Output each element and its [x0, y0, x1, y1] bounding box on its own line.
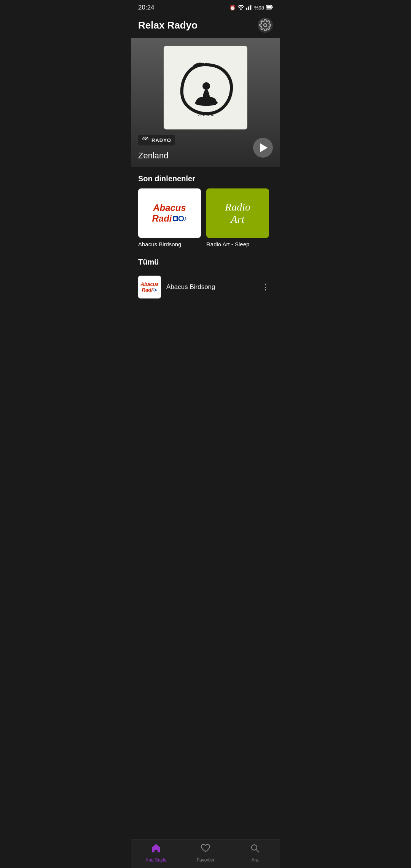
recent-card-label-radioart: Radio Art - Sleep [206, 241, 249, 247]
signal-icon [246, 5, 252, 11]
radio-badge-label: RADYO [151, 137, 171, 143]
list-item-art-abacus: Abacus Radi ♪ [138, 276, 161, 298]
alarm-icon: ⏰ [229, 5, 236, 11]
play-button[interactable] [253, 138, 273, 158]
battery-icon [266, 5, 273, 11]
svg-text:zenland: zenland [198, 112, 215, 117]
list-item-name-abacus: Abacus Birdsong [166, 283, 253, 291]
battery-percent: %98 [254, 5, 264, 11]
svg-rect-2 [248, 6, 249, 10]
recent-card-art-abacus: Abacus Radi ♪ [138, 188, 201, 238]
svg-rect-1 [246, 8, 247, 10]
play-icon [260, 143, 268, 152]
svg-point-8 [264, 24, 267, 27]
svg-rect-3 [250, 5, 251, 10]
abacus-logo-small: Abacus Radi ♪ [138, 276, 161, 298]
list-item[interactable]: Abacus Radi ♪ Abacus Birdsong ⋮ [138, 272, 273, 302]
hero-bottom-row: RADYO Zenland [138, 135, 273, 161]
wifi-icon [237, 5, 244, 11]
status-icons: ⏰ %98 [229, 5, 273, 11]
zenland-art: zenland [164, 46, 247, 129]
abacus-logo: Abacus Radi ♪ [138, 188, 201, 238]
recent-card-abacus[interactable]: Abacus Radi ♪ Abacus Birdsong [138, 188, 201, 248]
recent-card-label-abacus: Abacus Birdsong [138, 241, 181, 247]
bottom-spacer [131, 302, 280, 333]
app-title: Relax Radyo [138, 19, 198, 31]
recent-card-radioart[interactable]: Radio Art Radio Art - Sleep [206, 188, 269, 248]
radio-wave-icon [142, 137, 149, 144]
svg-point-15 [153, 289, 156, 291]
status-bar: 20:24 ⏰ %98 [131, 0, 280, 14]
svg-point-11 [202, 82, 210, 90]
all-section: Tümü Abacus Radi ♪ Abacus [131, 250, 280, 302]
svg-rect-6 [272, 6, 273, 8]
svg-point-0 [240, 8, 242, 10]
svg-point-14 [179, 216, 183, 221]
gear-icon [259, 19, 271, 31]
app-header: Relax Radyo [131, 14, 280, 38]
svg-point-13 [145, 139, 146, 140]
svg-rect-4 [251, 5, 252, 10]
zenland-logo-svg: zenland [175, 57, 236, 118]
recent-section: Son dinlenenler Abacus Radi [131, 167, 280, 250]
recent-section-title: Son dinlenenler [138, 174, 273, 183]
all-section-title: Tümü [138, 258, 273, 266]
svg-rect-7 [267, 6, 271, 8]
recent-list: Abacus Radi ♪ Abacus Birdsong [138, 188, 273, 250]
recent-card-art-radioart: Radio Art [206, 188, 269, 238]
radio-badge: RADYO [138, 135, 175, 145]
settings-button[interactable] [258, 18, 273, 33]
hero-station-name: Zenland [138, 151, 175, 161]
more-options-button[interactable]: ⋮ [258, 281, 273, 294]
radioart-logo: Radio Art [206, 188, 269, 238]
hero-album-art: zenland [164, 46, 247, 129]
status-time: 20:24 [138, 4, 155, 11]
hero-section: zenland RADYO Zenland [131, 38, 280, 167]
